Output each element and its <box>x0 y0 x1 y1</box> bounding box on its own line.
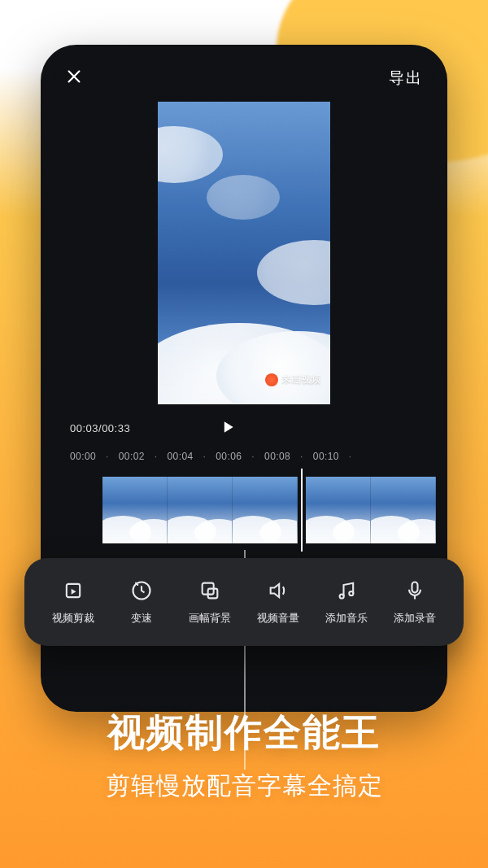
ruler-tick: 00:10 <box>313 451 339 462</box>
preview-area: 来画视频 <box>54 97 434 404</box>
time-indicator: 00:03/00:33 <box>70 422 130 434</box>
timeline-thumbnail[interactable] <box>102 477 168 543</box>
preview-content <box>207 175 280 220</box>
speed-icon <box>130 579 153 604</box>
ruler-tick: 00:04 <box>168 451 194 462</box>
watermark-text: 来画视频 <box>281 373 320 386</box>
ruler-tick: 00:00 <box>70 451 96 462</box>
timeline-playhead[interactable] <box>298 477 306 543</box>
ruler-dot: · <box>349 451 352 462</box>
ruler-tick: 00:06 <box>216 451 242 462</box>
svg-point-5 <box>349 591 353 595</box>
promo-subtitle: 剪辑慢放配音字幕全搞定 <box>0 770 488 803</box>
preview-content <box>158 126 223 183</box>
ruler-dot: · <box>300 451 303 462</box>
tool-label: 视频剪裁 <box>52 611 94 626</box>
ruler-dot: · <box>203 451 207 462</box>
timeline-thumbnail[interactable] <box>233 477 298 543</box>
playback-controls: 00:03/00:33 <box>54 404 434 446</box>
tool-speed[interactable]: 变速 <box>112 579 171 626</box>
svg-rect-6 <box>412 582 418 592</box>
svg-point-4 <box>340 594 344 598</box>
timeline-thumbnail[interactable] <box>371 477 436 543</box>
crop-icon <box>62 579 85 604</box>
play-icon <box>220 419 236 435</box>
play-button[interactable] <box>220 419 236 438</box>
ruler-dot: · <box>251 451 255 462</box>
tool-label: 添加录音 <box>394 611 436 626</box>
ruler-tick: 00:02 <box>119 451 145 462</box>
ruler-tick: 00:08 <box>264 451 290 462</box>
editor-toolbar: 视频剪裁变速画幅背景视频音量添加音乐添加录音 <box>24 558 464 646</box>
ruler-dot: · <box>106 451 109 462</box>
tool-add-music[interactable]: 添加音乐 <box>317 579 376 626</box>
top-bar: 导出 <box>54 58 434 97</box>
timeline-thumbnail[interactable] <box>168 477 233 543</box>
volume-icon <box>267 579 290 604</box>
preview-content <box>257 240 330 305</box>
tool-label: 画幅背景 <box>189 611 231 626</box>
watermark: 来画视频 <box>265 373 320 386</box>
tool-volume[interactable]: 视频音量 <box>249 579 307 626</box>
ruler-dot: · <box>155 451 158 462</box>
tool-label: 变速 <box>131 611 152 626</box>
watermark-badge-icon <box>265 373 278 386</box>
tool-canvas-bg[interactable]: 画幅背景 <box>181 579 239 626</box>
add-voice-icon <box>403 579 426 604</box>
tool-label: 添加音乐 <box>325 611 368 626</box>
close-icon <box>65 68 83 85</box>
close-button[interactable] <box>65 68 83 89</box>
tool-crop[interactable]: 视频剪裁 <box>44 579 102 626</box>
canvas-bg-icon <box>198 579 221 604</box>
tool-label: 视频音量 <box>257 611 299 626</box>
timeline-track[interactable] <box>54 477 434 543</box>
timeline-thumbnail[interactable] <box>306 477 371 543</box>
video-preview[interactable]: 来画视频 <box>158 102 330 404</box>
export-button[interactable]: 导出 <box>389 68 423 89</box>
timeline-ruler[interactable]: 00:00·00:02·00:04·00:06·00:08·00:10· <box>54 446 434 465</box>
tool-add-voice[interactable]: 添加录音 <box>386 579 444 626</box>
add-music-icon <box>335 579 358 604</box>
